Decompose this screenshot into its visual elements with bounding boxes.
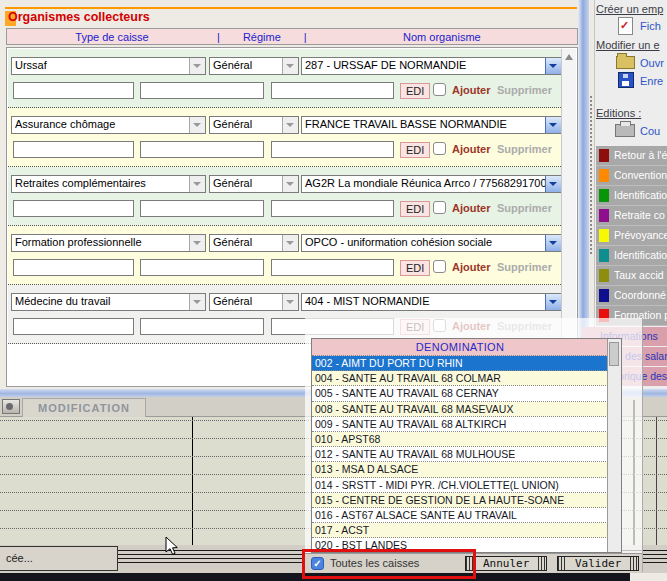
org-code-input[interactable]: [140, 141, 264, 158]
caisse-list-item[interactable]: 009 - SANTE AU TRAVAIL 68 ALTKIRCH: [312, 417, 608, 432]
chevron-down-icon[interactable]: [189, 176, 205, 192]
nom-organisme-combo[interactable]: OPCO - uniformation cohésion sociale: [301, 234, 562, 252]
sidebar-item-1[interactable]: Retour à l'é: [596, 146, 667, 166]
page-title: Organismes collecteurs: [8, 10, 150, 24]
org-code-input[interactable]: [13, 141, 134, 158]
edi-checkbox[interactable]: [433, 83, 446, 96]
sidebar-item-8[interactable]: Coordonné: [596, 286, 667, 306]
courrier-link[interactable]: Cou: [640, 125, 667, 137]
chevron-down-icon[interactable]: [282, 117, 298, 133]
org-code-input[interactable]: [13, 82, 134, 99]
sidebar-item-3[interactable]: Identificatio: [596, 186, 667, 206]
org-code-input[interactable]: [140, 318, 264, 335]
edi-label: EDI: [400, 142, 430, 158]
caisse-list-item[interactable]: 017 - ACST: [312, 523, 608, 538]
combo-value: Assurance chômage: [12, 117, 205, 132]
sidebar-item-2[interactable]: Convention: [596, 166, 667, 186]
chevron-down-icon[interactable]: [545, 58, 561, 74]
sidebar-item-label: Retraite co: [614, 209, 665, 221]
sidebar-item-label: Prévoyance: [614, 229, 667, 241]
org-code-input[interactable]: [140, 200, 264, 217]
supprimer-link[interactable]: Supprimer: [497, 202, 552, 214]
nom-organisme-combo[interactable]: 404 - MIST NORMANDIE: [301, 293, 562, 311]
regime-combo[interactable]: Général: [209, 293, 299, 311]
nom-organisme-combo[interactable]: FRANCE TRAVAIL BASSE NORMANDIE: [301, 116, 562, 134]
caisse-list-item[interactable]: 005 - SANTE AU TRAVAIL 68 CERNAY: [312, 386, 608, 401]
sidebar-item-7[interactable]: Taux accid: [596, 266, 667, 286]
chevron-down-icon[interactable]: [282, 176, 298, 192]
chevron-down-icon[interactable]: [545, 117, 561, 133]
chevron-down-icon[interactable]: [189, 235, 205, 251]
ajouter-link[interactable]: Ajouter: [452, 261, 491, 273]
chevron-down-icon[interactable]: [545, 294, 561, 310]
accent-line: [5, 7, 577, 9]
edi-checkbox[interactable]: [433, 142, 446, 155]
org-code-input[interactable]: [271, 200, 394, 217]
annuler-button[interactable]: Annuler: [465, 556, 547, 571]
popup-scrollbar[interactable]: [607, 339, 621, 552]
save-link[interactable]: Enre: [640, 75, 667, 87]
fiche-link[interactable]: Fich: [640, 20, 667, 32]
nom-organisme-combo[interactable]: AG2R La mondiale Réunica Arrco / 7756829…: [301, 175, 562, 193]
chevron-down-icon[interactable]: [189, 294, 205, 310]
org-code-input[interactable]: [13, 259, 134, 276]
edi-checkbox[interactable]: [433, 201, 446, 214]
org-code-input[interactable]: [13, 200, 134, 217]
chevron-down-icon[interactable]: [545, 235, 561, 251]
edi-checkbox[interactable]: [433, 260, 446, 273]
type-de-caisse-combo[interactable]: Retraites complémentaires: [11, 175, 206, 193]
caisse-list-item[interactable]: 013 - MSA D ALSACE: [312, 462, 608, 477]
color-square-icon: [599, 269, 609, 282]
org-code-input[interactable]: [140, 259, 264, 276]
regime-combo[interactable]: Général: [209, 234, 299, 252]
regime-combo[interactable]: Général: [209, 116, 299, 134]
chevron-down-icon[interactable]: [282, 58, 298, 74]
chevron-down-icon[interactable]: [545, 176, 561, 192]
sidebar-item-label: Identificatio: [614, 189, 667, 201]
org-code-input[interactable]: [13, 318, 134, 335]
type-de-caisse-combo[interactable]: Urssaf: [11, 57, 206, 75]
supprimer-link[interactable]: Supprimer: [497, 261, 552, 273]
type-de-caisse-combo[interactable]: Assurance chômage: [11, 116, 206, 134]
org-code-input[interactable]: [271, 82, 394, 99]
caisse-list-item[interactable]: 002 - AIMT DU PORT DU RHIN: [312, 356, 608, 371]
sidebar-item-6[interactable]: Identificatio: [596, 246, 667, 266]
org-code-input[interactable]: [140, 82, 264, 99]
ajouter-link[interactable]: Ajouter: [452, 202, 491, 214]
chevron-down-icon[interactable]: [189, 58, 205, 74]
caisse-list-item[interactable]: 016 - AST67 ALSACE SANTE AU TRAVAIL: [312, 508, 608, 523]
nom-organisme-combo[interactable]: 287 - URSSAF DE NORMANDIE: [301, 57, 562, 75]
sidebar-item-4[interactable]: Retraite co: [596, 206, 667, 226]
sidebar-item-5[interactable]: Prévoyance: [596, 226, 667, 246]
caisse-list-item[interactable]: 004 - SANTE AU TRAVAIL 68 COLMAR: [312, 371, 608, 386]
scroll-up-icon[interactable]: [565, 54, 573, 60]
chevron-down-icon[interactable]: [282, 235, 298, 251]
caisse-list-item[interactable]: 008 - SANTE AU TRAVAIL 68 MASEVAUX: [312, 402, 608, 417]
tab-modification[interactable]: MODIFICATION: [22, 398, 146, 417]
ajouter-link[interactable]: Ajouter: [452, 84, 491, 96]
ajouter-link[interactable]: Ajouter: [452, 143, 491, 155]
valider-button[interactable]: Valider: [557, 556, 639, 571]
regime-combo[interactable]: Général: [209, 175, 299, 193]
caisse-list-item[interactable]: 012 - SANTE AU TRAVAIL 68 MULHOUSE: [312, 447, 608, 462]
supprimer-link[interactable]: Supprimer: [497, 84, 552, 96]
chevron-down-icon[interactable]: [189, 117, 205, 133]
caisse-list-item[interactable]: 015 - CENTRE DE GESTION DE LA HAUTE-SOAN…: [312, 493, 608, 508]
type-de-caisse-combo[interactable]: Formation professionnelle: [11, 234, 206, 252]
form-view-icon[interactable]: [2, 399, 20, 414]
type-de-caisse-combo[interactable]: Médecine du travail: [11, 293, 206, 311]
open-link[interactable]: Ouvr: [640, 57, 667, 69]
button-ornament: [538, 557, 546, 570]
caisse-list-item[interactable]: 010 - APST68: [312, 432, 608, 447]
popup-scroll-thumb[interactable]: [609, 342, 619, 366]
org-code-input[interactable]: [271, 141, 394, 158]
sidebar-item-label: Taux accid: [614, 269, 664, 281]
chevron-down-icon[interactable]: [282, 294, 298, 310]
regime-combo[interactable]: Général: [209, 57, 299, 75]
caisse-list: DENOMINATION 002 - AIMT DU PORT DU RHIN0…: [311, 338, 622, 553]
combo-value: Formation professionnelle: [12, 235, 205, 250]
org-code-input[interactable]: [271, 259, 394, 276]
caisse-list-item[interactable]: 014 - SRSTT - MIDI PYR. /CH.VIOLETTE(L U…: [312, 478, 608, 493]
supprimer-link[interactable]: Supprimer: [497, 143, 552, 155]
advanced-search-button[interactable]: cée...: [0, 546, 118, 571]
